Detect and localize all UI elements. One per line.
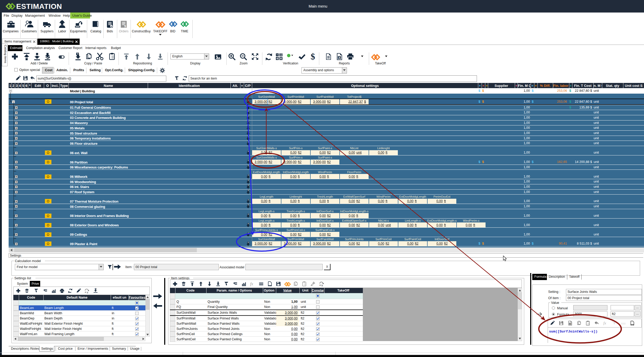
svg-text:$: $ [124,24,126,28]
svg-text:“: “ [612,321,613,323]
svg-text:T: T [613,321,615,325]
svg-text:+: + [95,288,96,290]
svg-text:b: b [87,291,88,294]
svg-text:fx: fx [603,321,606,325]
svg-text:a: a [85,291,86,293]
svg-text:”: ” [615,321,616,323]
svg-text:X: X [338,56,340,59]
svg-text:X: X [570,323,571,325]
svg-text:fx: fx [250,282,253,286]
svg-text:b: b [322,284,323,287]
svg-text:a: a [320,284,321,286]
